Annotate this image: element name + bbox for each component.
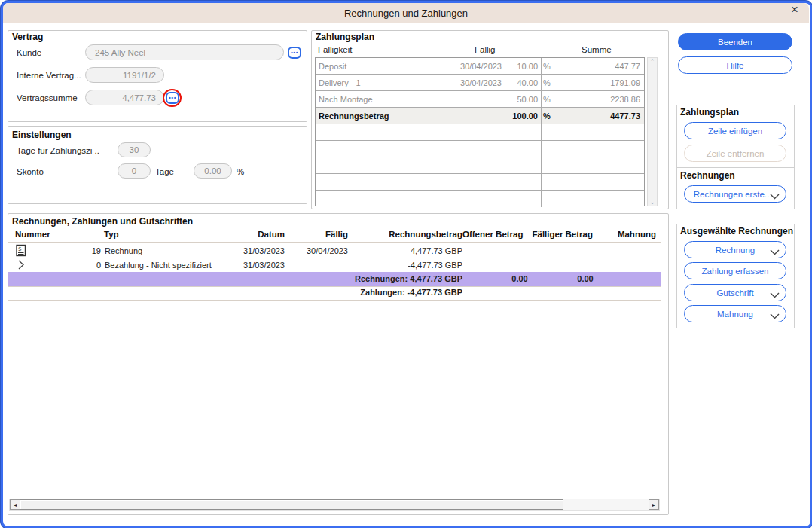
col-typ: Typ [104, 230, 119, 239]
titlebar: Rechnungen und Zahlungen [3, 3, 809, 23]
window-title: Rechnungen und Zahlungen [344, 8, 468, 19]
chevron-down-icon [770, 248, 780, 257]
zahlungsplan-row[interactable]: Nach Montage 50.00 % 2238.86 [316, 91, 644, 108]
zahlungsplan-col-summe: Summe [582, 45, 612, 54]
summary-invoices-total: Rechnungen: 4,477.73 GBP [339, 274, 462, 283]
einstellungen-title: Einstellungen [12, 130, 72, 140]
kunde-field[interactable]: 245 Ally Neel [85, 44, 284, 60]
skonto-label: Skonto [17, 167, 44, 176]
zeile-entfernen-button[interactable]: Zeile entfernen [684, 145, 786, 162]
rechnung-button[interactable]: Rechnung [684, 241, 786, 258]
zahlungsplan-empty-row[interactable] [316, 157, 644, 174]
invoice-row-due[interactable]: 30/04/2023 [289, 246, 348, 255]
row-divider [8, 258, 661, 258]
scroll-down-icon[interactable]: ⌄ [649, 198, 655, 206]
mahnung-button[interactable]: Mahnung [684, 305, 786, 322]
row-divider [8, 300, 661, 301]
zahlungsplan-empty-row[interactable] [316, 124, 644, 141]
annotation-highlight-ring [163, 89, 182, 107]
beenden-button[interactable]: Beenden [678, 33, 792, 50]
zahlungsplan-title: Zahlungsplan [316, 32, 374, 42]
col-offener-betrag: Offener Betrag [462, 230, 523, 239]
summary-payments-total: Zahlungen: -4,477.73 GBP [339, 288, 462, 297]
row-divider [8, 286, 661, 287]
ausgewaehlte-rechnungen-title: Ausgewählte Rechnungen [680, 226, 793, 237]
vertragssumme-field[interactable]: 4,477.73 [85, 90, 164, 105]
interne-vertrag-field[interactable]: 1191/1/2 [85, 67, 164, 83]
col-rechnungsbetrag: Rechnungsbetrag [377, 230, 462, 239]
kunde-lookup-ellipsis-icon[interactable]: ••• [288, 47, 301, 59]
chevron-down-icon [770, 192, 780, 201]
invoice-row-number[interactable]: 19 [71, 246, 101, 255]
col-nummer: Nummer [15, 230, 50, 239]
col-faelliger-betrag: Fälliger Betrag [527, 230, 593, 239]
rechnungen-erstellen-label: Rechnungen erste.. [694, 190, 769, 199]
payment-row-type[interactable]: Bezahlung - Nicht spezifiziert [105, 261, 212, 270]
mahnung-label: Mahnung [717, 310, 753, 319]
col-faellig: Fällig [289, 230, 348, 239]
zahlung-erfassen-button[interactable]: Zahlung erfassen [684, 262, 786, 279]
tage-unit-label: Tage [155, 167, 174, 176]
zahlungsplan-empty-row[interactable] [316, 141, 644, 157]
invoice-row-amount[interactable]: 4,477.73 GBP [377, 246, 462, 255]
invoice-row-date[interactable]: 31/03/2023 [218, 246, 285, 255]
invoices-panel [8, 213, 669, 515]
vertrag-title: Vertrag [12, 32, 43, 42]
svg-text:$: $ [18, 246, 22, 252]
chevron-down-icon [770, 312, 780, 321]
chevron-down-icon [770, 291, 780, 300]
rechnungen-erstellen-button[interactable]: Rechnungen erste.. [684, 185, 786, 203]
col-mahnung: Mahnung [596, 230, 656, 239]
zahlungsziel-field[interactable]: 30 [118, 142, 151, 157]
header-divider [8, 242, 661, 243]
skonto-prozent-field[interactable]: 0.00 [194, 163, 232, 179]
zahlungsplan-col-faellig: Fällig [475, 45, 495, 54]
payment-row-number[interactable]: 0 [71, 261, 101, 270]
rechnungen-actions-title: Rechnungen [680, 170, 735, 181]
zahlungsplan-row[interactable]: Delivery - 1 30/04/2023 40.00 % 1791.09 [316, 75, 644, 91]
rechnung-label: Rechnung [716, 246, 755, 255]
zahlungsplan-actions-title: Zahlungsplan [680, 107, 739, 118]
dialog-rechnungen-und-zahlungen: Rechnungen und Zahlungen × Vertrag Kunde… [0, 0, 812, 528]
interne-vertrag-label: Interne Vertrag... [17, 71, 81, 80]
scroll-left-icon[interactable]: ◄ [10, 499, 20, 510]
invoices-horizontal-scrollbar[interactable]: ◄ ► [9, 499, 660, 511]
payment-row-amount[interactable]: -4,477.73 GBP [377, 261, 462, 270]
summary-due-amount: 0.00 [555, 274, 615, 283]
invoice-row-type[interactable]: Rechnung [105, 246, 142, 255]
vertragssumme-label: Vertragssumme [17, 93, 78, 102]
skonto-tage-field[interactable]: 0 [118, 163, 151, 179]
kunde-label: Kunde [17, 48, 41, 57]
hilfe-button[interactable]: Hilfe [678, 56, 792, 74]
gutschrift-button[interactable]: Gutschrift [684, 284, 786, 301]
zahlungsplan-empty-row[interactable] [316, 174, 644, 191]
zahlungsplan-row[interactable]: Deposit 30/04/2023 10.00 % 447.77 [316, 58, 644, 75]
summary-open-amount: 0.00 [490, 274, 550, 283]
prozent-unit-label: % [237, 167, 244, 176]
scroll-right-icon[interactable]: ► [649, 499, 659, 510]
scrollbar-thumb[interactable] [20, 499, 563, 510]
zahlungsplan-vertical-scrollbar[interactable]: ⌃ ⌄ [647, 57, 658, 206]
zahlungsplan-col-faelligkeit: Fälligkeit [318, 45, 352, 54]
gutschrift-label: Gutschrift [716, 288, 753, 298]
zahlungsziel-label: Tage für Zahlungszi .. [17, 146, 99, 155]
payment-row-date[interactable]: 31/03/2023 [218, 261, 285, 270]
invoices-title: Rechnungen, Zahlungen und Gutschriften [12, 216, 193, 227]
zahlungsplan-empty-row[interactable] [316, 191, 644, 207]
zeile-einfuegen-button[interactable]: Zeile einfügen [684, 122, 786, 139]
zahlungsplan-grid: Deposit 30/04/2023 10.00 % 447.77 Delive… [315, 57, 645, 206]
scroll-up-icon[interactable]: ⌃ [649, 58, 655, 66]
close-icon[interactable]: × [791, 2, 798, 17]
col-datum: Datum [218, 230, 285, 239]
zahlungsplan-total-row[interactable]: Rechnungsbetrag 100.00 % 4477.73 [316, 108, 644, 124]
